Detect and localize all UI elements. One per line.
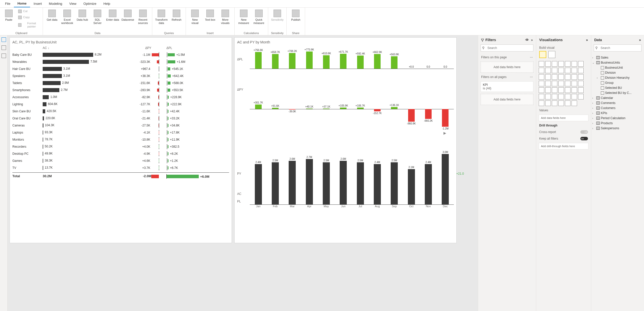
keep-filters-toggle[interactable]: On [580, 137, 588, 140]
viz-type-icon[interactable] [552, 68, 557, 73]
viz-type-icon[interactable] [558, 68, 564, 73]
more-icon[interactable]: ⋯ [530, 75, 533, 79]
viz-type-icon[interactable] [545, 68, 551, 73]
viz-type-icon[interactable] [578, 68, 584, 73]
bu-row[interactable]: Desktop PC49.9K-4.9K+8.2K [12, 150, 229, 157]
table-node[interactable]: ⌄BusinessUnits [592, 60, 643, 65]
viz-type-icon[interactable] [545, 74, 551, 80]
paste-button[interactable]: Paste [2, 9, 16, 22]
publish-button[interactable]: Publish [289, 9, 303, 22]
viz-type-icon[interactable] [558, 87, 564, 93]
viz-type-icon[interactable] [558, 81, 564, 86]
field-checkbox[interactable] [601, 76, 604, 80]
bu-row[interactable]: Recorders50.2K+4.0K+382.5 [12, 143, 229, 150]
cut-button[interactable]: Cut [18, 9, 41, 14]
field-node[interactable]: BusinessUnit [592, 65, 643, 70]
table-node[interactable]: ›Period Calculation [592, 116, 643, 121]
viz-type-icon[interactable] [572, 100, 577, 106]
viz-type-icon[interactable] [565, 94, 571, 99]
bu-row[interactable]: TV13.7K+3.7K+6.7K [12, 164, 229, 171]
bu-row[interactable]: Tablets2.9M-151.6K+588.0K [12, 80, 229, 87]
copy-button[interactable]: Copy [18, 15, 41, 20]
bu-row[interactable]: Baby Care BU8.2M-1.1M+1.5M [12, 51, 229, 58]
viz-type-icon[interactable] [565, 87, 571, 93]
table-node[interactable]: ›Sales [592, 55, 643, 60]
field-checkbox[interactable] [601, 91, 604, 95]
bu-row[interactable]: Laptops93.3K-4.1K+17.8K [12, 129, 229, 136]
viz-type-icon[interactable] [545, 100, 551, 106]
menu-modeling[interactable]: Modeling [45, 0, 66, 7]
play-icon[interactable]: ▶ [443, 131, 446, 135]
table-node[interactable]: ›KPIs [592, 111, 643, 116]
menu-help[interactable]: Help [100, 0, 114, 7]
viz-type-icon[interactable] [552, 74, 557, 80]
visual-bu-chart[interactable]: AC, PL, PY by BusinessUnit AC ↓ ΔPY ΔPL … [10, 37, 232, 243]
recent-sources-button[interactable]: Recent sources [136, 9, 150, 26]
cross-report-toggle[interactable]: Off [580, 130, 588, 134]
viz-type-icon[interactable] [578, 87, 584, 93]
viz-type-icon[interactable] [552, 87, 557, 93]
table-node[interactable]: ›Calendar [592, 95, 643, 100]
viz-type-icon[interactable] [572, 61, 577, 67]
field-node[interactable]: ›Division Hierarchy [592, 75, 643, 80]
excel-button[interactable]: Excel workbook [60, 9, 74, 26]
viz-type-icon[interactable] [558, 94, 564, 99]
field-checkbox[interactable] [601, 71, 604, 74]
more-icon[interactable]: ⋯ [530, 56, 533, 59]
data-hub-button[interactable]: Data hub [75, 9, 89, 22]
field-checkbox[interactable] [601, 66, 604, 69]
bu-row[interactable]: Oral Care BU220.6K-21.4K+33.2K [12, 115, 229, 122]
viz-type-icon[interactable] [572, 81, 577, 86]
viz-type-icon[interactable] [539, 68, 544, 73]
viz-type-icon[interactable] [539, 81, 544, 86]
bu-row[interactable]: Accessories1.0M-82.9K+228.9K [12, 94, 229, 101]
format-visual-tab[interactable] [548, 51, 555, 58]
values-drop[interactable]: Add data fields here [539, 115, 588, 121]
table-node[interactable]: ›Customers [592, 106, 643, 111]
viz-type-icon[interactable] [552, 61, 557, 67]
bu-row[interactable]: Smartphones2.7M-283.9K+553.5K [12, 87, 229, 94]
viz-type-icon[interactable] [578, 81, 584, 86]
new-visual-button[interactable]: New visual [188, 9, 202, 26]
field-checkbox[interactable] [601, 81, 604, 85]
viz-type-icon[interactable] [565, 61, 571, 67]
viz-type-icon[interactable] [545, 61, 551, 67]
viz-type-icon[interactable] [578, 61, 584, 67]
viz-type-icon[interactable] [572, 87, 577, 93]
menu-file[interactable]: File [2, 0, 14, 7]
viz-type-icon[interactable] [539, 100, 544, 106]
viz-type-icon[interactable] [558, 74, 564, 80]
viz-type-icon[interactable] [545, 94, 551, 99]
bu-row[interactable]: Games38.3K+4.6K+1.2K [12, 157, 229, 164]
transform-data-button[interactable]: Transform data [154, 9, 168, 26]
dataverse-button[interactable]: Dataverse [121, 9, 135, 22]
viz-type-icon[interactable] [578, 94, 584, 99]
report-view-icon[interactable] [2, 37, 6, 42]
filter-search-input[interactable] [481, 44, 533, 51]
viz-type-icon[interactable] [565, 68, 571, 73]
expand-icon[interactable]: » [586, 38, 588, 42]
bu-row[interactable]: Hair Care BU3.1M+967.4+545.1K [12, 65, 229, 72]
all-pages-filter-drop[interactable]: Add data fields here [481, 94, 533, 105]
viz-type-icon[interactable] [552, 100, 557, 106]
model-view-icon[interactable] [2, 54, 6, 58]
viz-type-icon[interactable] [565, 81, 571, 86]
more-visuals-button[interactable]: More visuals [218, 9, 232, 26]
bu-row[interactable]: Monitors78.7K-10.8K+11.9K [12, 136, 229, 143]
bu-row[interactable]: Skin Care BU420.5K-11.6K+42.4K [12, 108, 229, 115]
quick-measure-button[interactable]: Quick measure [252, 9, 266, 26]
viz-type-icon[interactable] [539, 87, 544, 93]
text-box-button[interactable]: Text box [203, 9, 217, 22]
viz-type-icon[interactable] [572, 68, 577, 73]
bu-row[interactable]: Wearables7.5M-323.3K+1.6M [12, 58, 229, 65]
viz-type-icon[interactable] [539, 74, 544, 80]
viz-type-icon[interactable] [545, 87, 551, 93]
collapse-icon[interactable]: » [531, 38, 533, 42]
hide-icon[interactable]: 👁 [525, 38, 529, 42]
viz-type-icon[interactable] [558, 61, 564, 67]
sql-server-button[interactable]: SQL Server [90, 9, 105, 26]
expand-icon[interactable]: » [639, 38, 641, 42]
kpi-filter-card[interactable]: KPI is (All) [481, 81, 533, 92]
viz-type-icon[interactable] [552, 81, 557, 86]
viz-type-icon[interactable] [552, 94, 557, 99]
